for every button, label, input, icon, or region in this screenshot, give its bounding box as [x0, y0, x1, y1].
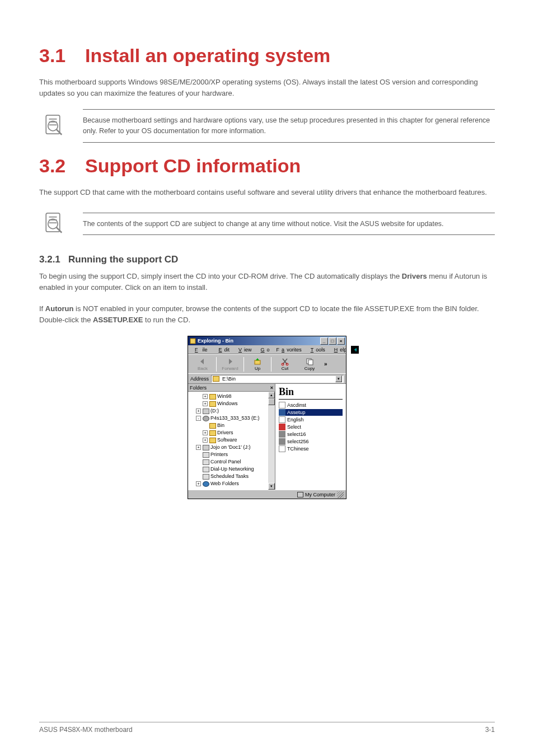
expand-toggle[interactable]: + [203, 438, 208, 443]
address-value: E:\Bin [222, 376, 236, 382]
autorun-off-para: If Autorun is NOT enabled in your comput… [39, 303, 495, 326]
folder-closed-icon [209, 438, 216, 443]
expand-toggle[interactable]: + [196, 408, 201, 414]
status-text: My Computer [305, 492, 335, 497]
folder-tree[interactable]: +Win98+Windows+(D:)-P4s133_333_533 (E:)B… [188, 392, 268, 490]
scroll-thumb[interactable] [268, 398, 275, 405]
file-list[interactable]: AscdinstAssetupEnglishSelectselect16sele… [279, 402, 343, 452]
maximize-button[interactable]: □ [329, 337, 336, 345]
menu-help[interactable]: Help [330, 347, 349, 353]
expand-toggle[interactable]: + [203, 401, 208, 406]
tree-item[interactable]: +Software [189, 436, 268, 444]
tree-item[interactable]: +Jojo on 'Doc1' (J:) [189, 444, 268, 451]
section-title: Install an operating system [85, 45, 330, 67]
note-icon [39, 208, 71, 240]
tree-item[interactable]: Bin [189, 422, 268, 429]
toolbar-more[interactable]: » [322, 361, 330, 367]
file-name: Ascdinst [287, 402, 306, 408]
file-item[interactable]: Ascdinst [279, 402, 343, 408]
forward-button[interactable]: Forward [218, 357, 242, 371]
bold-autorun: Autorun [45, 304, 74, 313]
file-name: TChinese [287, 446, 309, 452]
tree-scrollbar[interactable]: ▴ ▾ [268, 392, 275, 490]
tree-item[interactable]: +Windows [189, 400, 268, 407]
address-dropdown[interactable]: ▾ [335, 375, 342, 382]
run-cd-para: To begin using the support CD, simply in… [39, 271, 495, 293]
file-item[interactable]: select16 [279, 431, 343, 438]
up-button[interactable]: Up [245, 357, 270, 371]
section-title: Support CD information [85, 155, 301, 177]
menu-favorites[interactable]: Favorites [274, 347, 304, 353]
menu-tools[interactable]: Tools [306, 347, 327, 353]
address-box[interactable]: E:\Bin ▾ [211, 375, 344, 383]
expand-toggle[interactable]: + [203, 430, 208, 435]
folders-header: Folders × [188, 384, 275, 392]
back-button[interactable]: Back [190, 357, 215, 371]
folder-title: Bin [279, 386, 343, 400]
close-pane-button[interactable]: × [270, 385, 273, 391]
file-icon [279, 409, 285, 416]
file-item[interactable]: TChinese [279, 445, 343, 452]
tree-label: Win98 [217, 393, 232, 400]
section-number: 3.2 [39, 155, 69, 177]
printer-icon [203, 474, 209, 480]
bold-drivers: Drivers [402, 272, 427, 280]
scroll-down-button[interactable]: ▾ [268, 483, 275, 490]
menu-file[interactable]: File [190, 347, 212, 353]
footer-right: 3-1 [485, 726, 495, 734]
section-3-1-para: This motherboard supports Windows 98SE/M… [39, 77, 495, 99]
note-block-1: Because motherboard settings and hardwar… [39, 109, 495, 143]
printer-icon [203, 467, 209, 472]
file-item[interactable]: Select [279, 424, 343, 430]
tree-label: P4s133_333_533 (E:) [210, 415, 260, 422]
tree-item[interactable]: +Win98 [189, 393, 268, 400]
menu-view[interactable]: View [234, 347, 254, 353]
resize-grip[interactable] [337, 491, 344, 498]
expand-toggle[interactable]: + [196, 445, 201, 450]
expand-toggle [196, 474, 201, 479]
expand-toggle[interactable]: + [196, 481, 201, 486]
file-item[interactable]: select256 [279, 438, 343, 445]
menu-edit[interactable]: Edit [214, 347, 232, 353]
expand-toggle[interactable]: + [203, 394, 208, 399]
file-item[interactable]: Assetup [279, 409, 343, 416]
tree-item[interactable]: Scheduled Tasks [189, 473, 268, 480]
window-title: Exploring - Bin [198, 338, 233, 344]
tree-item[interactable]: Control Panel [189, 458, 268, 466]
file-name: English [287, 417, 304, 422]
copy-icon [305, 357, 314, 366]
tree-item[interactable]: Printers [189, 451, 268, 458]
address-label: Address [190, 376, 209, 382]
tree-item[interactable]: -P4s133_333_533 (E:) [189, 415, 268, 422]
expand-toggle[interactable]: - [196, 416, 201, 421]
file-name: Select [287, 424, 301, 430]
throbber-icon [351, 346, 359, 354]
close-button[interactable]: × [337, 337, 345, 345]
tree-item[interactable]: +Web Folders [189, 480, 268, 487]
svg-rect-18 [308, 360, 313, 365]
titlebar[interactable]: Exploring - Bin _ □ × [188, 336, 346, 345]
svg-rect-14 [255, 360, 260, 364]
section-3-2-heading: 3.2 Support CD information [39, 155, 495, 177]
tree-item[interactable]: Dial-Up Networking [189, 466, 268, 473]
menu-go[interactable]: Go [256, 347, 272, 353]
toolbar: Back Forward Up Cut [188, 354, 346, 373]
copy-button[interactable]: Copy [297, 357, 322, 371]
cdrom-icon [203, 416, 209, 421]
svg-rect-12 [190, 339, 195, 344]
tree-item[interactable]: +(D:) [189, 407, 268, 415]
back-arrow-icon [198, 357, 207, 366]
scroll-track[interactable] [268, 405, 275, 483]
file-icon [279, 438, 285, 445]
folder-icon [213, 376, 219, 382]
file-item[interactable]: English [279, 416, 343, 423]
tree-label: Printers [210, 451, 228, 458]
scroll-up-button[interactable]: ▴ [268, 392, 275, 398]
file-name: select256 [287, 439, 309, 444]
explorer-window: Exploring - Bin _ □ × File Edit View Go … [188, 336, 346, 499]
tree-item[interactable]: +Drivers [189, 429, 268, 436]
tree-label: Jojo on 'Doc1' (J:) [210, 444, 250, 451]
cut-button[interactable]: Cut [273, 357, 297, 371]
toolbar-sep [271, 357, 271, 372]
minimize-button[interactable]: _ [320, 337, 328, 345]
